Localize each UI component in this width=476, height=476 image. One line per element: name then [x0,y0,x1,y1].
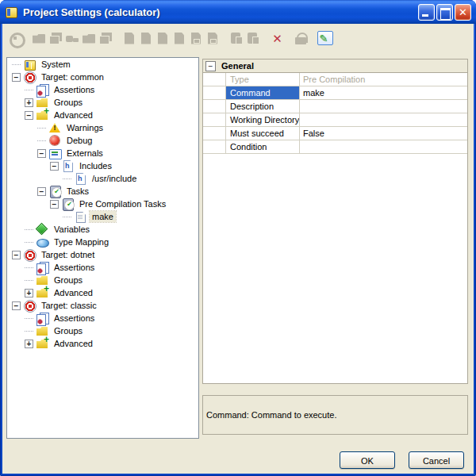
property-group-header[interactable]: General [203,60,467,73]
tree-item-make[interactable]: make [7,210,198,223]
property-value[interactable]: make [300,86,467,99]
cancel-button[interactable]: Cancel [409,451,464,469]
property-help-text: Command: Command to execute. [206,410,336,420]
property-label[interactable]: Condition [226,140,300,153]
circle-icon [9,32,22,45]
collapse-expander-icon[interactable] [37,187,46,196]
tree-connector [37,128,46,129]
property-row-margin [203,127,226,140]
collapse-expander-icon[interactable] [50,200,59,209]
property-row-type[interactable]: TypePre Compilation [203,73,467,86]
tree-connector [12,64,21,65]
document-note-icon [206,32,220,45]
property-label[interactable]: Must succeed [226,127,300,140]
var-icon [36,223,48,236]
property-row-command[interactable]: Commandmake [203,86,467,100]
tree-connector [37,140,46,141]
tree-connector [63,217,71,217]
property-row-working-directory[interactable]: Working Directory [203,113,467,127]
tree-item-advanced[interactable]: Advanced [7,337,198,350]
collapse-expander-icon[interactable] [50,162,59,171]
property-row-margin [203,73,226,86]
tree-item-debug[interactable]: Debug [7,134,198,147]
property-help-panel: Command: Command to execute. [202,395,468,435]
tree-item-groups[interactable]: Groups [7,324,198,337]
expand-expander-icon[interactable] [25,340,33,348]
folder-icon [83,32,96,45]
property-row-margin [203,140,226,153]
property-row-description[interactable]: Description [203,100,467,113]
assert-icon [36,83,48,96]
tree-item-type-mapping[interactable]: Type Mapping [7,236,198,248]
property-row-condition[interactable]: Condition [203,140,467,154]
tree-item-label: Target: dotnet [39,249,97,260]
maximize-button[interactable] [436,4,453,21]
titlebar: Project Settings (calculator) [0,0,476,24]
toolbar-delete-button[interactable] [269,30,286,47]
tree-item-externals[interactable]: Externals [7,147,198,159]
document-icon [140,32,153,45]
expand-expander-icon[interactable] [25,289,33,298]
toolbar-button-6-button [98,30,114,47]
toolbar-edit-button[interactable] [317,30,333,47]
tree-item-label: Groups [52,274,85,286]
tree-item-target-dotnet[interactable]: Target: dotnet [7,248,198,261]
settings-tree[interactable]: SystemTarget: commonAssertionsGroupsAdva… [6,57,199,439]
property-value[interactable] [300,113,467,126]
collapse-expander-icon[interactable] [12,73,21,82]
property-label[interactable]: Command [226,86,300,99]
property-value[interactable]: Pre Compilation [300,73,467,86]
tree-item-target-common[interactable]: Target: common [7,71,198,83]
tree-item-label: Groups [52,325,85,336]
paste-icon [230,32,244,45]
tree-item-label: Assertions [52,262,97,273]
tree-connector [25,280,33,281]
collapse-expander-icon[interactable] [25,111,33,120]
tree-item-label: Advanced [52,109,95,121]
tree-item-system[interactable]: System [7,58,198,71]
window: Project Settings (calculator) SystemTarg… [0,0,476,476]
tree-item-usr-include[interactable]: /usr/include [7,172,198,185]
tree-item-includes[interactable]: Includes [7,159,198,172]
property-label[interactable]: Description [226,100,300,113]
tree-item-assertions[interactable]: Assertions [7,261,198,274]
document-note-icon [190,32,203,45]
target-icon [23,248,36,261]
tree-item-groups[interactable]: Groups [7,96,198,109]
toolbar-button-15-button [293,30,309,47]
close-button[interactable] [455,4,471,21]
tree-item-variables[interactable]: Variables [7,223,198,236]
document-icon [156,32,170,45]
collapse-group-icon[interactable] [205,61,216,71]
collapse-expander-icon[interactable] [37,149,46,158]
toolbar-button-13-button [228,30,245,47]
collapse-expander-icon[interactable] [12,301,21,310]
property-row-margin [203,86,226,99]
toolbar-button-4-button [64,30,81,47]
toolbar-button-10-button [171,30,188,47]
ok-button[interactable]: OK [340,451,395,469]
tree-item-label: Assertions [52,84,97,95]
property-label[interactable]: Type [226,73,300,86]
expand-expander-icon[interactable] [25,98,33,107]
property-row-must-succeed[interactable]: Must succeedFalse [203,127,467,140]
tree-item-assertions[interactable]: Assertions [7,312,198,324]
tree-item-pre-compilation-tasks[interactable]: Pre Compilation Tasks [7,198,198,210]
tree-item-advanced[interactable]: Advanced [7,286,198,299]
property-value[interactable] [300,140,467,153]
tree-item-assertions[interactable]: Assertions [7,83,198,96]
collapse-expander-icon[interactable] [12,251,21,259]
tree-item-groups[interactable]: Groups [7,274,198,286]
window-controls [418,4,471,21]
tree-item-advanced[interactable]: Advanced [7,109,198,121]
page-icon [74,210,86,223]
property-label[interactable]: Working Directory [226,113,300,126]
app-icon [5,6,18,18]
tree-item-target-classic[interactable]: Target: classic [7,299,198,312]
folder-stack-icon [49,32,63,45]
tree-item-warnings[interactable]: Warnings [7,121,198,134]
property-value[interactable] [300,100,467,113]
tree-item-tasks[interactable]: Tasks [7,185,198,198]
minimize-button[interactable] [418,4,435,21]
property-value[interactable]: False [300,127,467,140]
